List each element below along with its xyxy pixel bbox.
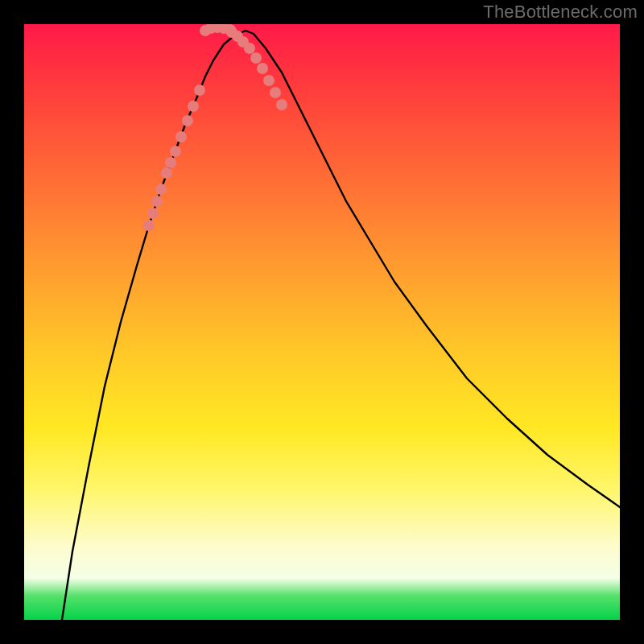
- dots-left-branch-dot: [188, 101, 199, 112]
- dots-left-branch-dot: [155, 184, 167, 195]
- dots-floor-dot: [225, 24, 236, 35]
- chart-svg: [24, 24, 620, 620]
- dots-left-branch-dot: [194, 85, 205, 96]
- dots-left-branch-dot: [170, 146, 181, 157]
- dots-left-branch-dot: [147, 208, 159, 219]
- dots-left-branch-dot: [175, 131, 187, 142]
- dots-floor-group: [200, 24, 236, 36]
- dots-left-branch-dot: [143, 220, 155, 231]
- dots-left-branch-dot: [182, 115, 193, 126]
- dots-right-branch-dot: [250, 52, 262, 64]
- bottleneck-curve: [62, 31, 620, 620]
- dots-right-branch-dot: [244, 43, 255, 54]
- dots-left-branch-dot: [161, 167, 172, 179]
- dots-right-branch-dot: [257, 63, 268, 74]
- dots-right-branch-dot: [270, 87, 281, 98]
- dots-left-branch-dot: [151, 196, 163, 207]
- dots-right-branch-dot: [263, 75, 275, 86]
- watermark-text: TheBottleneck.com: [483, 2, 638, 23]
- plot-area: [24, 24, 620, 620]
- dots-right-branch-dot: [276, 99, 287, 110]
- dots-left-branch-dot: [165, 157, 176, 168]
- dots-left-branch-group: [143, 85, 205, 231]
- chart-frame: TheBottleneck.com: [0, 0, 644, 644]
